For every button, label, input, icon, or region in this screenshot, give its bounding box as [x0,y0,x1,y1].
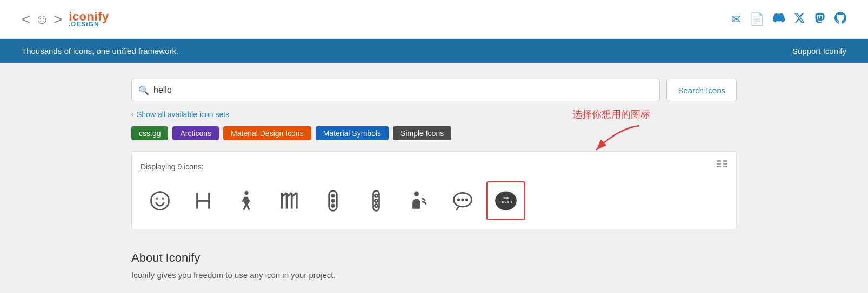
svg-point-8 [156,198,158,200]
svg-point-33 [461,198,464,201]
icon-item-7[interactable] [400,181,439,220]
show-all-label: Show all available icon sets [137,110,229,119]
svg-text:FRESH: FRESH [499,200,512,203]
icons-container-wrapper: 选择你想用的图标 Displaying 9 icons: [131,151,737,229]
show-all-link[interactable]: ‹ Show all available icon sets [131,110,737,119]
github-icon[interactable] [834,12,846,27]
icons-box: Displaying 9 icons: [131,151,737,229]
logo-design-text: .DESiGN [69,21,109,28]
support-link[interactable]: Support Iconify [792,46,846,56]
search-input-wrapper: 🔍 [131,79,660,101]
tag-pills: css.gg Arcticons Material Design Icons M… [131,126,737,140]
about-section: About Iconify Iconify gives you freedom … [131,251,737,280]
svg-rect-6 [723,166,727,167]
logo-smiley-icon: ☺ [35,11,49,28]
svg-text:Hello: Hello [503,196,510,200]
tag-material-symbols[interactable]: Material Symbols [316,126,389,140]
logo-bracket-close: > [54,11,62,28]
svg-point-28 [375,199,378,202]
tag-arcticons[interactable]: Arcticons [172,126,219,140]
top-navigation: < ☺ > iconify .DESiGN ✉ 📄 [0,0,868,39]
banner-text: Thousands of icons, one unified framewor… [22,46,178,56]
icon-item-8[interactable] [443,181,482,220]
displaying-text: Displaying 9 icons: [141,162,204,171]
icons-box-header: Displaying 9 icons: [141,160,727,173]
search-magnifier-icon: 🔍 [138,85,149,96]
svg-point-9 [162,198,164,200]
search-button[interactable]: Search Icons [666,79,737,101]
chevron-left-icon: ‹ [131,111,133,118]
search-input[interactable] [153,85,653,95]
icon-item-5[interactable] [313,181,352,220]
icon-item-3[interactable] [227,181,266,220]
icon-item-1[interactable] [141,181,179,220]
logo[interactable]: < ☺ > iconify .DESiGN [22,10,109,28]
svg-point-29 [375,204,378,207]
mastodon-icon[interactable] [814,12,826,27]
about-description: Iconify gives you freedom to use any ico… [131,270,737,280]
svg-point-14 [244,191,248,195]
grid-view-icon[interactable] [717,160,727,173]
svg-rect-4 [723,160,727,162]
svg-rect-3 [717,166,721,167]
icon-item-4[interactable] [270,181,309,220]
tag-material-design-icons[interactable]: Material Design Icons [223,126,311,140]
svg-point-34 [465,198,469,201]
search-row: 🔍 Search Icons [131,79,737,101]
nav-icon-group: ✉ 📄 [731,12,846,27]
tag-simple-icons[interactable]: Simple Icons [393,126,451,140]
email-icon[interactable]: ✉ [731,12,741,26]
icon-item-6[interactable] [357,181,396,220]
logo-bracket-open: < [22,11,30,28]
svg-point-38 [503,207,509,209]
svg-rect-5 [723,163,727,165]
main-content: 🔍 Search Icons ‹ Show all available icon… [110,63,758,293]
icon-item-hellofresh[interactable]: Hello FRESH [486,181,525,220]
svg-point-30 [414,192,419,196]
document-icon[interactable]: 📄 [750,12,764,26]
discord-icon[interactable] [773,12,785,27]
tag-css-gg[interactable]: css.gg [131,126,168,140]
about-title: About Iconify [131,251,737,265]
icon-item-2[interactable] [184,181,223,220]
svg-rect-10 [153,200,167,202]
banner: Thousands of icons, one unified framewor… [0,39,868,63]
svg-point-27 [375,194,378,197]
icons-row: Hello FRESH [141,181,727,220]
svg-rect-1 [717,160,721,162]
svg-point-25 [331,204,335,208]
svg-point-23 [331,194,335,197]
twitter-icon[interactable] [793,12,805,27]
svg-point-24 [331,199,335,202]
svg-rect-2 [717,163,721,165]
svg-point-32 [457,198,460,201]
